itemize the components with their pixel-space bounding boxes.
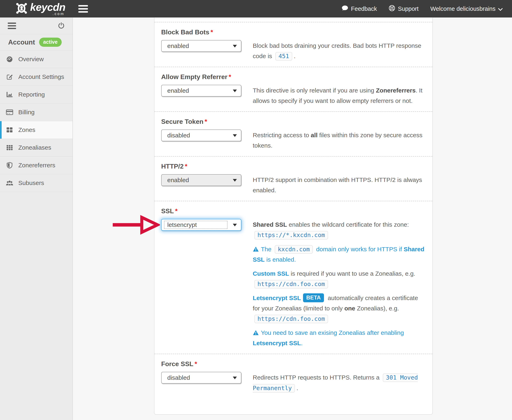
warning-triangle-icon <box>253 244 259 254</box>
warning-triangle-icon <box>253 328 259 338</box>
secure-token-select[interactable]: disabled <box>161 129 241 141</box>
allow-empty-referrer-select[interactable]: enabled <box>161 85 241 97</box>
field-label: Secure Token* <box>161 118 426 125</box>
required-asterisk: * <box>175 207 178 215</box>
sidebar-item-label: Zonereferrers <box>18 162 55 169</box>
description-paragraph: Letsencrypt SSLBETA automatically create… <box>253 293 425 324</box>
sidebar-item-subusers[interactable]: Subusers <box>0 174 72 192</box>
welcome-label: Welcome deliciousbrains <box>430 6 496 12</box>
code-badge: https://cdn.foo.com <box>254 315 328 323</box>
sidebar-item-label: Overview <box>18 56 44 63</box>
description-paragraph: This directive is only relevant if you a… <box>253 85 425 106</box>
field-label: Force SSL* <box>161 360 426 368</box>
zone-settings-panel: Block Bad Bots*enabledBlock bad bots dra… <box>154 17 433 415</box>
sidebar-item-billing[interactable]: Billing <box>0 104 72 121</box>
sidebar-item-label: Account Settings <box>18 73 64 80</box>
keycdn-logo-icon <box>15 2 28 16</box>
clipped-section <box>155 17 432 22</box>
sidebar-item-label: Subusers <box>18 180 44 187</box>
sidebar-item-zonereferrers[interactable]: Zonereferrers <box>0 157 72 174</box>
section-secure-token: Secure Token*disabledRestricting access … <box>155 111 432 156</box>
description-paragraph: The kxcdn.com domain only works for HTTP… <box>253 244 425 265</box>
caret-down-icon <box>233 179 237 182</box>
support-label: Support <box>398 6 419 12</box>
caret-down-icon <box>233 224 237 226</box>
description-paragraph: You need to save an exising Zonealias af… <box>253 328 425 348</box>
account-menu[interactable]: Welcome deliciousbrains <box>430 6 503 12</box>
section-allow-empty-referrer: Allow Empty Referrer*enabledThis directi… <box>155 67 432 111</box>
field-description: HTTP/2 support in combination with HTTPS… <box>253 174 426 195</box>
section-force-ssl: Force SSL*disabledRedirects HTTP request… <box>155 354 432 399</box>
section-block-bad-bots: Block Bad Bots*enabledBlock bad bots dra… <box>155 22 432 67</box>
required-asterisk: * <box>229 73 231 81</box>
code-badge: 301 Moved Permanently <box>253 374 418 392</box>
credit-card-icon <box>5 109 14 115</box>
sidebar-item-overview[interactable]: Overview <box>0 50 72 68</box>
sidebar-collapse-icon[interactable] <box>8 22 16 29</box>
select-value: disabled <box>167 374 190 381</box>
sidebar-item-label: Zonealiases <box>18 144 51 151</box>
th-large-icon <box>5 127 14 133</box>
account-status-badge: active <box>39 38 62 47</box>
power-icon[interactable] <box>58 22 65 30</box>
code-badge: kxcdn.com <box>275 245 313 254</box>
description-paragraph: Redirects HTTP requests to HTTPS. Return… <box>253 372 425 393</box>
code-badge: https://cdn.foo.com <box>254 280 328 288</box>
field-description: Redirects HTTP requests to HTTPS. Return… <box>253 372 426 393</box>
feedback-link[interactable]: Feedback <box>341 5 377 13</box>
chevron-down-icon <box>498 6 503 12</box>
header-hamburger-icon[interactable] <box>78 5 88 13</box>
description-paragraph: HTTP/2 support in combination with HTTPS… <box>253 175 425 195</box>
settings-sections: Block Bad Bots*enabledBlock bad bots dra… <box>155 22 432 399</box>
sidebar-item-label: Reporting <box>18 91 45 98</box>
sidebar-item-label: Billing <box>18 109 35 116</box>
caret-down-icon <box>233 90 237 92</box>
sidebar-item-account-settings[interactable]: Account Settings <box>0 68 72 86</box>
select-value: letsencrypt <box>167 221 197 228</box>
sidebar-item-zones[interactable]: Zones <box>0 121 72 139</box>
th-grid-icon <box>5 144 14 151</box>
sidebar-item-zonealiases[interactable]: Zonealiases <box>0 139 72 157</box>
field-description: Shared SSL enables the wildcard certific… <box>253 219 426 348</box>
required-asterisk: * <box>204 118 207 125</box>
caret-down-icon <box>233 377 237 379</box>
account-label: Account <box>8 38 35 46</box>
field-description: Block bad bots draining your credits. Ba… <box>253 40 426 61</box>
field-label: Allow Empty Referrer* <box>161 73 426 81</box>
tachometer-icon <box>5 56 14 62</box>
sidebar-nav: OverviewAccount SettingsReportingBilling… <box>0 50 72 192</box>
field-label: SSL* <box>161 207 426 215</box>
required-asterisk: * <box>185 163 187 170</box>
sidebar-item-label: Zones <box>18 127 35 133</box>
logo-tld: .com <box>30 12 65 16</box>
shield-icon <box>5 162 14 169</box>
feedback-label: Feedback <box>351 6 377 12</box>
caret-down-icon <box>233 45 237 48</box>
area-chart-icon <box>5 91 14 98</box>
select-value: enabled <box>167 87 189 94</box>
life-ring-icon <box>389 5 395 13</box>
edit-pencil-icon <box>5 74 14 80</box>
section-ssl: SSL*letsencryptShared SSL enables the wi… <box>155 201 432 354</box>
code-badge: 451 <box>275 52 292 60</box>
users-icon <box>5 180 14 186</box>
block-bad-bots-select[interactable]: enabled <box>161 40 241 52</box>
sidebar-item-reporting[interactable]: Reporting <box>0 86 72 104</box>
comment-bubble-icon <box>341 5 348 13</box>
select-value: enabled <box>167 43 189 49</box>
support-link[interactable]: Support <box>389 5 419 13</box>
field-description: Restricting access to all files within t… <box>253 129 426 151</box>
force-ssl-select[interactable]: disabled <box>161 372 241 384</box>
section-http2: HTTP/2*enabledHTTP/2 support in combinat… <box>155 156 432 201</box>
keycdn-logo[interactable]: keycdn .com <box>15 2 65 16</box>
field-description: This directive is only relevant if you a… <box>253 85 426 106</box>
pointer-arrow-icon <box>111 215 160 235</box>
select-value: enabled <box>167 177 189 184</box>
ssl-select[interactable]: letsencrypt <box>161 219 241 231</box>
sidebar: Account active OverviewAccount SettingsR… <box>0 17 73 420</box>
beta-badge: BETA <box>303 293 324 302</box>
description-paragraph: Block bad bots draining your credits. Ba… <box>253 40 425 61</box>
code-badge: https://*.kxcdn.com <box>254 231 328 240</box>
select-value: disabled <box>167 132 190 139</box>
http2-select[interactable]: enabled <box>161 174 241 186</box>
